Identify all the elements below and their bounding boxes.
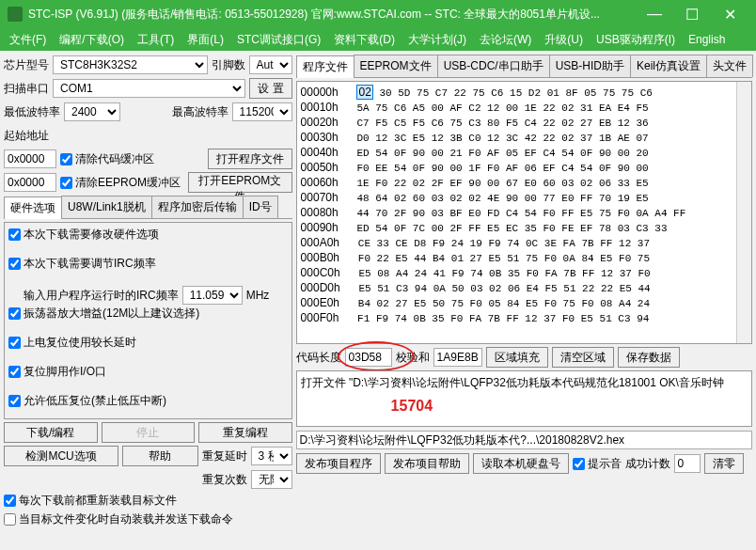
menu-docs[interactable]: 资料下载(D) xyxy=(328,29,401,51)
tab-eeprom-file[interactable]: EEPROM文件 xyxy=(354,55,438,77)
rep-delay-label: 重复延时 xyxy=(202,448,247,464)
success-count-label: 成功计数 xyxy=(625,456,670,472)
tab-program-file[interactable]: 程序文件 xyxy=(296,55,354,78)
download-button[interactable]: 下载/编程 xyxy=(4,422,98,443)
code-len-value[interactable] xyxy=(345,348,392,367)
tab-hw-options[interactable]: 硬件选项 xyxy=(4,196,62,219)
publish-project-button[interactable]: 发布项目程序 xyxy=(296,453,381,474)
right-tabs: 程序文件 EEPROM文件 USB-CDC/串口助手 USB-HID助手 Kei… xyxy=(296,55,752,78)
opt-long-reset[interactable]: 上电复位使用较长延时 xyxy=(8,335,288,351)
opt-osc-gain[interactable]: 振荡器放大增益(12M以上建议选择) xyxy=(8,306,288,322)
tab-usb-hid[interactable]: USB-HID助手 xyxy=(549,55,631,77)
tab-usb-cdc[interactable]: USB-CDC/串口助手 xyxy=(437,55,550,77)
menu-usb-driver[interactable]: USB驱动程序(I) xyxy=(591,29,681,51)
menu-ui[interactable]: 界面(L) xyxy=(181,29,229,51)
log-output: 打开文件 "D:\学习资料\论坛附件\LQFP32低功耗版本代码规范化18100… xyxy=(296,370,752,427)
menu-english[interactable]: English xyxy=(683,30,731,49)
right-panel: 程序文件 EEPROM文件 USB-CDC/串口助手 USB-HID助手 Kei… xyxy=(296,55,752,546)
window-title: STC-ISP (V6.91J) (服务电话/销售电话: 0513-550129… xyxy=(28,7,636,23)
opt-reset-io[interactable]: 复位脚用作I/O口 xyxy=(8,364,288,380)
max-baud-label: 最高波特率 xyxy=(172,104,228,120)
file-path-input[interactable] xyxy=(296,431,752,449)
start-addr-label: 起始地址 xyxy=(4,128,49,144)
rep-delay-select[interactable]: 3 秒 xyxy=(251,447,292,465)
rep-count-label: 重复次数 xyxy=(202,472,247,488)
clear-eeprom-checkbox[interactable]: 清除EEPROM缓冲区 xyxy=(60,175,181,191)
menu-tools[interactable]: 工具(T) xyxy=(132,29,180,51)
close-button[interactable]: ✕ xyxy=(711,0,748,28)
tab-keil[interactable]: Keil仿真设置 xyxy=(630,55,707,77)
log-text: 打开文件 "D:\学习资料\论坛附件\LQFP32低功耗版本代码规范化18100… xyxy=(301,376,724,389)
help-button[interactable]: 帮助 xyxy=(122,446,197,466)
scan-port-label: 扫描串口 xyxy=(4,81,49,97)
app-icon xyxy=(8,7,23,22)
menubar: 文件(F) 编程/下载(O) 工具(T) 界面(L) STC调试接口(G) 资料… xyxy=(0,28,756,51)
open-code-file-button[interactable]: 打开程序文件 xyxy=(208,149,292,169)
auto-send-checkbox[interactable]: 当目标文件变化时自动装载并发送下载命令 xyxy=(4,511,292,527)
chip-label: 芯片型号 xyxy=(4,57,49,73)
menu-upgrade[interactable]: 升级(U) xyxy=(539,29,589,51)
content: 芯片型号 STC8H3K32S2 引脚数 Auto 扫描串口 COM1 设 置 … xyxy=(0,51,756,550)
irc-unit: MHz xyxy=(246,289,270,302)
setup-button[interactable]: 设 置 xyxy=(249,78,291,99)
open-eeprom-file-button[interactable]: 打开EEPROM文件 xyxy=(188,172,292,193)
tab-encrypt[interactable]: 程序加密后传输 xyxy=(151,196,244,218)
maximize-button[interactable]: ☐ xyxy=(673,0,711,28)
clear-region-button[interactable]: 清空区域 xyxy=(552,347,614,368)
clear-zero-button[interactable]: 清零 xyxy=(704,453,744,474)
checksum-label: 校验和 xyxy=(396,350,430,366)
checksum-value[interactable] xyxy=(433,348,482,367)
max-baud-select[interactable]: 115200 xyxy=(232,102,292,121)
min-baud-label: 最低波特率 xyxy=(4,104,60,120)
stop-button[interactable]: 停止 xyxy=(102,422,196,443)
eeprom-addr-input[interactable] xyxy=(4,173,56,192)
code-len-label: 代码长度 xyxy=(296,350,341,366)
pins-label: 引脚数 xyxy=(212,57,245,73)
min-baud-select[interactable]: 2400 xyxy=(64,102,120,121)
titlebar: STC-ISP (V6.91J) (服务电话/销售电话: 0513-550129… xyxy=(0,0,756,28)
prompt-sound-checkbox[interactable]: 提示音 xyxy=(573,456,622,472)
opt-modify-hw[interactable]: 本次下载需要修改硬件选项 xyxy=(8,227,288,243)
opt-lvr[interactable]: 允许低压复位(禁止低压中断) xyxy=(8,393,288,409)
tab-u8w[interactable]: U8W/Link1脱机 xyxy=(61,196,152,218)
hw-tabs: 硬件选项 U8W/Link1脱机 程序加密后传输 ID号 xyxy=(4,196,292,219)
menu-forum[interactable]: 去论坛(W) xyxy=(474,29,537,51)
window-controls: — ☐ ✕ xyxy=(636,0,748,28)
success-count-value[interactable] xyxy=(674,454,701,473)
hex-viewer[interactable]: 00000h 02 30 5D 75 C7 22 75 C6 15 D2 01 … xyxy=(296,81,752,344)
code-addr-input[interactable] xyxy=(4,149,56,168)
annotation-text: 15704 xyxy=(391,398,433,415)
hw-options-panel: 本次下载需要修改硬件选项 本次下载需要调节IRC频率 输入用户程序运行时的IRC… xyxy=(4,222,292,419)
clear-code-checkbox[interactable]: 清除代码缓冲区 xyxy=(60,151,154,167)
menu-download[interactable]: 编程/下载(O) xyxy=(54,29,130,51)
reprogram-button[interactable]: 重复编程 xyxy=(198,422,292,443)
opt-adjust-irc[interactable]: 本次下载需要调节IRC频率 xyxy=(8,256,288,272)
left-panel: 芯片型号 STC8H3K32S2 引脚数 Auto 扫描串口 COM1 设 置 … xyxy=(4,55,292,546)
read-disk-button[interactable]: 读取本机硬盘号 xyxy=(473,453,569,474)
auto-reload-checkbox[interactable]: 每次下载前都重新装载目标文件 xyxy=(4,493,292,509)
menu-debug[interactable]: STC调试接口(G) xyxy=(231,29,326,51)
irc-freq-label: 输入用户程序运行时的IRC频率 xyxy=(24,288,179,304)
save-data-button[interactable]: 保存数据 xyxy=(618,347,680,368)
chip-model-select[interactable]: STC8H3K32S2 xyxy=(53,55,208,74)
rep-count-select[interactable]: 无限 xyxy=(251,470,292,489)
tab-id[interactable]: ID号 xyxy=(243,196,278,218)
irc-freq-select[interactable]: 11.0592 xyxy=(182,286,243,305)
tab-header[interactable]: 头文件 xyxy=(706,55,753,77)
pins-select[interactable]: Auto xyxy=(249,55,292,74)
port-select[interactable]: COM1 xyxy=(53,79,245,98)
publish-help-button[interactable]: 发布项目帮助 xyxy=(385,453,469,474)
fill-region-button[interactable]: 区域填充 xyxy=(486,347,548,368)
detect-mcu-button[interactable]: 检测MCU选项 xyxy=(4,446,118,466)
menu-file[interactable]: 文件(F) xyxy=(4,29,52,51)
minimize-button[interactable]: — xyxy=(636,0,673,28)
menu-university[interactable]: 大学计划(J) xyxy=(402,29,472,51)
